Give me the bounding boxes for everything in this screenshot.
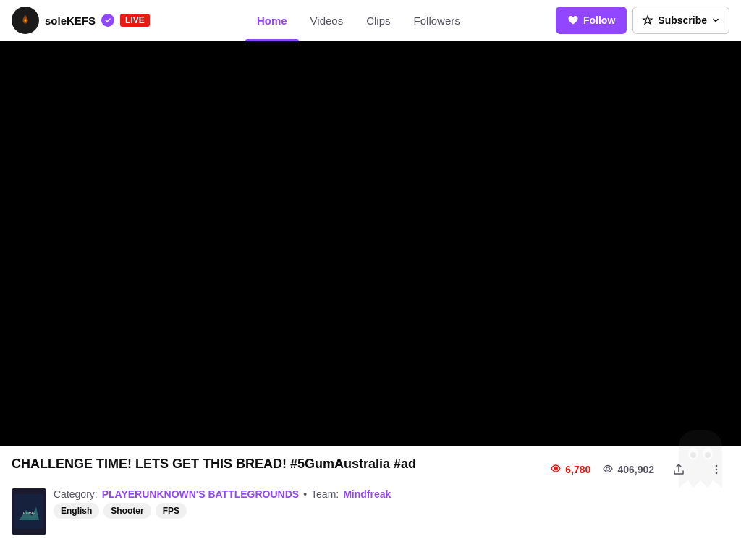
heart-icon	[567, 14, 579, 26]
username: soleKEFS	[45, 14, 96, 27]
total-views: 406,902	[602, 463, 654, 477]
viewer-number: 6,780	[565, 464, 590, 475]
verified-badge	[101, 14, 114, 27]
subscribe-label: Subscribe	[658, 14, 707, 26]
nav-item-videos[interactable]: Videos	[299, 0, 355, 41]
live-badge: LIVE	[120, 14, 150, 27]
viewer-icon	[550, 463, 562, 477]
avatar[interactable]	[12, 7, 39, 34]
tag-fps[interactable]: FPS	[156, 503, 187, 519]
stream-info-section: CHALLENGE TIME! LETS GET THIS BREAD! #5G…	[0, 446, 741, 535]
svg-point-1	[606, 467, 609, 470]
team-link[interactable]: Mindfreak	[343, 488, 391, 500]
tags-row: English Shooter FPS	[54, 503, 391, 519]
star-icon	[642, 14, 653, 26]
nav-item-home[interactable]: Home	[245, 0, 299, 41]
category-link[interactable]: PLAYERUNKNOWN'S BATTLEGROUNDS	[102, 488, 299, 500]
eye-icon	[602, 463, 614, 477]
stream-title: CHALLENGE TIME! LETS GET THIS BREAD! #5G…	[12, 457, 538, 472]
video-player[interactable]	[0, 41, 741, 446]
tag-english[interactable]: English	[54, 503, 99, 519]
category-team-section: Category: PLAYERUNKNOWN'S BATTLEGROUNDS …	[54, 488, 391, 519]
navigation: Home Videos Clips Followers	[170, 0, 547, 41]
category-row: Category: PLAYERUNKNOWN'S BATTLEGROUNDS …	[54, 488, 391, 500]
category-label: Category:	[54, 488, 98, 500]
chevron-down-icon	[711, 16, 720, 25]
svg-point-7	[690, 452, 696, 458]
team-label: Team:	[311, 488, 339, 500]
separator: •	[303, 488, 307, 500]
follow-button[interactable]: Follow	[556, 7, 627, 34]
follow-label: Follow	[583, 14, 615, 26]
game-thumbnail: PUBG	[12, 488, 46, 535]
channel-identity: soleKEFS LIVE	[12, 7, 150, 34]
ghost-watermark	[672, 426, 729, 491]
subscribe-button[interactable]: Subscribe	[632, 7, 729, 34]
nav-item-clips[interactable]: Clips	[355, 0, 402, 41]
header: soleKEFS LIVE Home Videos Clips Follower…	[0, 0, 741, 41]
tag-shooter[interactable]: Shooter	[103, 503, 151, 519]
nav-item-followers[interactable]: Followers	[402, 0, 472, 41]
header-actions: Follow Subscribe	[556, 7, 729, 34]
viewer-count: 6,780	[550, 463, 590, 477]
stream-info: CHALLENGE TIME! LETS GET THIS BREAD! #5G…	[0, 446, 741, 483]
views-number: 406,902	[617, 464, 654, 475]
svg-point-8	[705, 452, 711, 458]
